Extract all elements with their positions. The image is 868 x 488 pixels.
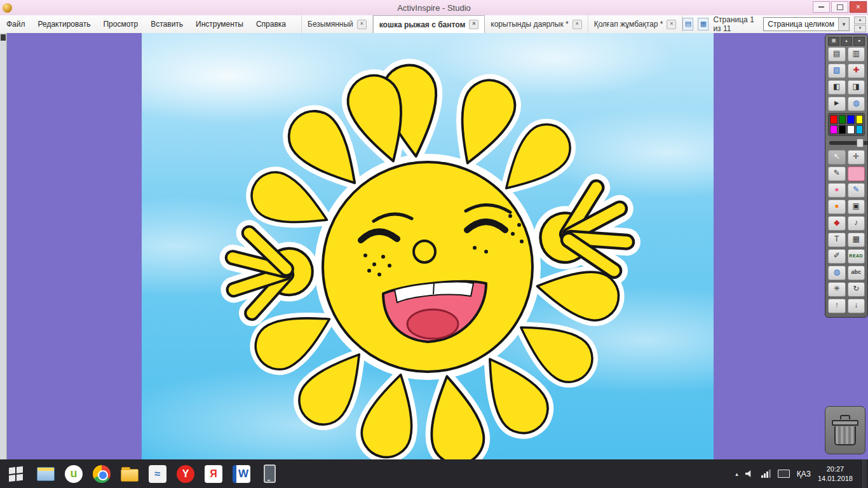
profile-page-icon[interactable]: ▤: [828, 47, 846, 62]
zoom-value: Страница целиком: [764, 20, 838, 29]
page-grid-icon[interactable]: ▦: [698, 18, 709, 30]
volume-icon[interactable]: [745, 470, 754, 478]
globe-tool-icon[interactable]: ◍: [828, 266, 846, 280]
menu-file[interactable]: Файл: [0, 15, 32, 33]
grid-tool-icon[interactable]: ▦: [848, 233, 865, 247]
pen-tool-icon[interactable]: ✎: [828, 166, 846, 181]
hidden-icons-button[interactable]: ▴: [735, 471, 738, 477]
start-button[interactable]: [0, 459, 32, 488]
tab-summary-prep[interactable]: корытынды даярлык * ×: [485, 15, 588, 33]
highlighter-tool-icon[interactable]: ●: [828, 183, 846, 198]
color-swatch[interactable]: [839, 125, 846, 134]
tab-glove-riddles[interactable]: Қолғап жұмбақтар * ×: [588, 15, 683, 33]
scroll-down-button[interactable]: ▾: [854, 25, 866, 32]
toolbox-top-icons: ▤ ▥ ▧ ✚ ◧ ◨ ► ◍: [828, 47, 865, 111]
taskbar-phone-app[interactable]: [255, 459, 283, 488]
menu-help[interactable]: Справка: [250, 15, 292, 33]
color-swatch[interactable]: [839, 115, 846, 124]
minimize-button[interactable]: [813, 1, 830, 13]
tab-close-icon[interactable]: ×: [573, 20, 582, 29]
taskbar-folder[interactable]: [116, 459, 144, 488]
taskbar-paint[interactable]: ≈: [144, 459, 172, 488]
tab-cat-with-bow[interactable]: кошка рыжая с бантом ×: [373, 15, 485, 33]
chevron-down-icon[interactable]: ▾: [838, 18, 849, 30]
magic-pen-tool-icon[interactable]: ✎: [848, 183, 865, 198]
scroll-up-button[interactable]: ▴: [854, 17, 866, 24]
chart-icon[interactable]: ▧: [828, 64, 846, 78]
show-desktop-button[interactable]: [862, 459, 867, 488]
play-icon[interactable]: ►: [828, 97, 846, 111]
menu-tools[interactable]: Инструменты: [189, 15, 250, 33]
tools-menu-icon[interactable]: ✛: [848, 150, 865, 165]
color-swatch[interactable]: [830, 125, 837, 134]
page-list-icon[interactable]: ▤: [682, 18, 693, 30]
ruler-tool-icon[interactable]: ✐: [828, 249, 846, 264]
design-mode-icon[interactable]: ✚: [848, 64, 865, 78]
text-tool-icon[interactable]: T: [828, 233, 846, 247]
toolbox-menu-icon[interactable]: ▦: [828, 37, 839, 46]
color-swatch[interactable]: [830, 115, 837, 124]
close-button[interactable]: ×: [850, 1, 867, 13]
folder-icon: [121, 469, 139, 482]
clock[interactable]: 20:27 14.01.2018: [818, 464, 853, 483]
page-notes-icon[interactable]: ▥: [848, 47, 865, 62]
spray-tool-icon[interactable]: ✳: [828, 282, 846, 297]
recycle-bin-body: [834, 426, 856, 445]
pen-width-slider[interactable]: [828, 138, 865, 148]
select-tool-icon[interactable]: ↖: [828, 150, 846, 165]
dice-tool-icon[interactable]: ▣: [848, 200, 865, 214]
phone-icon: [264, 464, 276, 483]
color-swatch[interactable]: [856, 115, 864, 124]
color-swatch[interactable]: [847, 125, 855, 134]
left-panel-toggle-icon[interactable]: [1, 34, 6, 41]
flipchart-trash[interactable]: [825, 406, 865, 454]
tab-close-icon[interactable]: ×: [357, 20, 367, 29]
color-swatch[interactable]: [847, 115, 855, 124]
import-icon[interactable]: ◧: [828, 80, 846, 95]
windows-logo-icon: [9, 466, 23, 481]
taskbar-file-explorer[interactable]: [32, 459, 60, 488]
toolbox-scroll-down-icon[interactable]: ↓: [848, 299, 865, 313]
window-controls: ×: [813, 1, 867, 13]
minimize-icon: [818, 6, 824, 8]
maximize-button[interactable]: [831, 1, 848, 13]
main-toolbox: ▦ ▴ ● ▤ ▥ ▧ ✚ ◧ ◨ ► ◍: [825, 34, 868, 318]
tab-label: корытынды даярлык *: [491, 20, 568, 29]
taskbar-word[interactable]: W: [227, 459, 255, 488]
eraser-tool-icon[interactable]: [848, 166, 865, 181]
toolbox-scroll-up-icon[interactable]: ↑: [828, 299, 846, 313]
touch-keyboard-icon[interactable]: [778, 470, 790, 478]
left-panel-strip[interactable]: [0, 33, 7, 459]
flipchart-area: ▦ ▴ ● ▤ ▥ ▧ ✚ ◧ ◨ ► ◍: [0, 33, 868, 459]
tab-untitled[interactable]: Безымянный ×: [302, 15, 373, 33]
taskbar-chrome[interactable]: [88, 459, 116, 488]
taskbar-yandex-browser[interactable]: Y: [172, 459, 200, 488]
abc-tool-icon[interactable]: abc: [848, 266, 865, 280]
taskbar-yandex[interactable]: Я: [200, 459, 227, 488]
music-tool-icon[interactable]: ♪: [848, 216, 865, 231]
taskbar-utorrent[interactable]: u: [60, 459, 88, 488]
menu-view[interactable]: Просмотр: [97, 15, 144, 33]
toolbox-collapse-icon[interactable]: ▴: [841, 37, 852, 46]
menu-edit[interactable]: Редактировать: [32, 15, 97, 33]
zoom-select[interactable]: Страница целиком ▾: [763, 17, 850, 31]
read-badge-icon[interactable]: READ: [848, 249, 865, 264]
tab-close-icon[interactable]: ×: [667, 20, 676, 29]
system-tray: ▴ ҚАЗ 20:27 14.01.2018: [735, 459, 868, 488]
export-icon[interactable]: ◨: [848, 80, 865, 95]
toolbox-pin-icon[interactable]: ●: [853, 37, 865, 46]
fill-tool-icon[interactable]: ●: [828, 200, 846, 214]
network-icon[interactable]: [761, 470, 771, 478]
tab-close-icon[interactable]: ×: [469, 20, 478, 29]
document-tabs: Безымянный × кошка рыжая с бантом × коры…: [301, 15, 682, 33]
menu-insert[interactable]: Вставить: [144, 15, 189, 33]
color-swatch[interactable]: [856, 125, 864, 134]
shape-tool-icon[interactable]: ◆: [828, 216, 846, 231]
tab-label: Қолғап жұмбақтар *: [594, 20, 663, 29]
taskbar: u ≈ Y Я W ▴ ҚАЗ 20:27: [0, 459, 868, 488]
web-browser-icon[interactable]: ◍: [848, 97, 865, 111]
flipchart-page[interactable]: [142, 33, 714, 459]
reset-tool-icon[interactable]: ↻: [848, 282, 865, 297]
slider-handle[interactable]: [857, 139, 864, 147]
language-indicator[interactable]: ҚАЗ: [797, 470, 811, 478]
